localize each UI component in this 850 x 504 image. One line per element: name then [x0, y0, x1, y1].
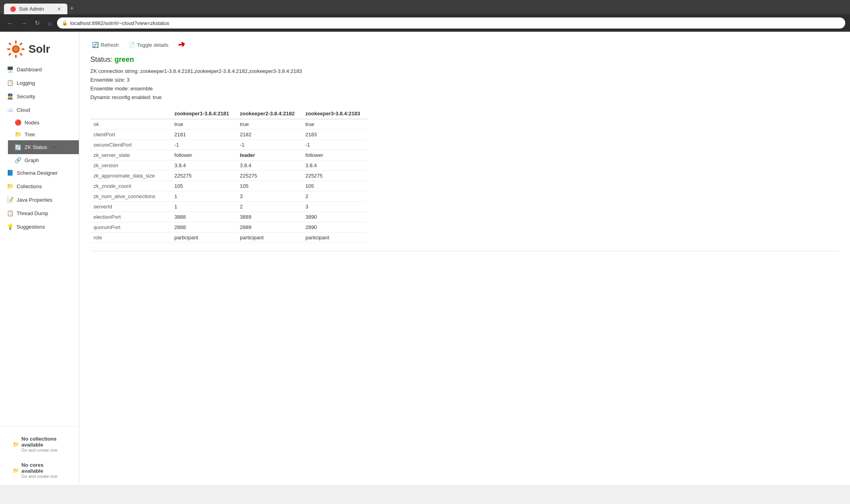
table-cell-prop: clientPort: [90, 130, 171, 140]
back-button[interactable]: ←: [5, 18, 15, 28]
cloud-sub-menu: 🔴 Nodes 📁 Tree 🔄 ZK Status ← 🔗 Graph: [0, 116, 79, 166]
collections-label: Collections: [17, 183, 42, 189]
table-row: zk_version3.8.43.8.43.8.4: [90, 160, 368, 171]
svg-rect-3: [7, 48, 10, 50]
table-cell-value: participant: [237, 233, 302, 243]
table-cell-value: -1: [302, 140, 368, 150]
table-cell-value: -1: [171, 140, 237, 150]
sidebar-item-dashboard[interactable]: 🖥️ Dashboard: [0, 63, 79, 76]
sidebar-item-graph[interactable]: 🔗 Graph: [8, 154, 79, 166]
forward-button[interactable]: →: [19, 18, 29, 28]
toggle-icon: 📄: [128, 42, 135, 48]
toggle-details-button[interactable]: 📄 Toggle details: [127, 41, 170, 49]
refresh-button[interactable]: 🔄 Refresh: [90, 41, 120, 49]
sidebar-navigation: 🖥️ Dashboard 📋 Logging 👮 Security ☁️ Clo…: [0, 63, 79, 422]
table-cell-value: 2: [237, 202, 302, 212]
zk-connection-string: ZK connection string: zookeeper1-3.8.4:2…: [90, 67, 839, 76]
table-cell-value: 3.8.4: [302, 160, 368, 171]
table-cell-prop: zk_znode_count: [90, 181, 171, 191]
table-cell-prop: quorumPort: [90, 222, 171, 233]
col-zk2: zookeeper2-3.8.4:2182: [237, 108, 302, 119]
table-cell-prop: zk_version: [90, 160, 171, 171]
thread-dump-label: Thread Dump: [17, 210, 48, 216]
table-cell-value: -1: [237, 140, 302, 150]
ensemble-mode: Ensemble mode: ensemble: [90, 84, 839, 93]
table-cell-value: 105: [237, 181, 302, 191]
table-cell-value: follower: [171, 150, 237, 160]
table-cell-value: 3: [302, 202, 368, 212]
sidebar-item-logging[interactable]: 📋 Logging: [0, 76, 79, 90]
schema-designer-icon: 📘: [6, 170, 13, 176]
table-cell-value: leader: [237, 150, 302, 160]
table-header-row: zookeeper1-3.8.4:2181 zookeeper2-3.8.4:2…: [90, 108, 368, 119]
svg-rect-5: [8, 42, 11, 46]
new-tab-button[interactable]: +: [70, 4, 74, 14]
sidebar-item-tree[interactable]: 📁 Tree: [8, 128, 79, 140]
suggestions-label: Suggestions: [17, 224, 45, 230]
sidebar-item-thread-dump[interactable]: 📋 Thread Dump: [0, 206, 79, 220]
java-properties-icon: 📝: [6, 197, 13, 203]
table-cell-value: 3889: [237, 212, 302, 222]
table-row: oktruetruetrue: [90, 119, 368, 130]
sidebar-item-suggestions[interactable]: 💡 Suggestions: [0, 220, 79, 233]
active-tab[interactable]: Solr Admin ✕: [4, 4, 67, 14]
schema-designer-label: Schema Designer: [17, 170, 57, 176]
table-cell-value: 3.8.4: [171, 160, 237, 171]
table-cell-value: 3.8.4: [237, 160, 302, 171]
svg-rect-7: [8, 53, 11, 56]
refresh-icon: 🔄: [92, 42, 99, 48]
table-cell-prop: zk_server_state: [90, 150, 171, 160]
sidebar-item-java-properties[interactable]: 📝 Java Properties: [0, 193, 79, 206]
url-text: localhost:8982/solr/#/~cloud?view=zkstat…: [70, 20, 169, 26]
logging-label: Logging: [17, 80, 35, 86]
refresh-button[interactable]: ↻: [32, 18, 42, 28]
zk-status-table: zookeeper1-3.8.4:2181 zookeeper2-3.8.4:2…: [90, 108, 368, 243]
toolbar: 🔄 Refresh 📄 Toggle details ➜: [90, 40, 839, 50]
table-cell-value: 1: [171, 202, 237, 212]
table-cell-value: 2183: [302, 130, 368, 140]
graph-label: Graph: [25, 157, 39, 163]
table-cell-value: 2182: [237, 130, 302, 140]
col-zk1: zookeeper1-3.8.4:2181: [171, 108, 237, 119]
table-cell-value: 225275: [171, 171, 237, 181]
status-label: Status:: [90, 55, 113, 63]
sidebar-item-cloud[interactable]: ☁️ Cloud: [0, 103, 79, 116]
sidebar-item-nodes[interactable]: 🔴 Nodes: [8, 116, 79, 128]
sidebar-item-collections[interactable]: 📁 Collections: [0, 179, 79, 193]
table-cell-prop: electionPort: [90, 212, 171, 222]
refresh-label: Refresh: [101, 42, 119, 48]
table-cell-value: 225275: [302, 171, 368, 181]
sidebar-item-zk-status[interactable]: 🔄 ZK Status ←: [8, 140, 79, 154]
table-cell-value: 3888: [171, 212, 237, 222]
table-row: zk_approximate_data_size2252752252752252…: [90, 171, 368, 181]
table-cell-value: participant: [171, 233, 237, 243]
table-cell-value: true: [171, 119, 237, 130]
java-properties-label: Java Properties: [17, 197, 52, 203]
no-cores-icon: 📁: [13, 468, 19, 473]
table-cell-value: 105: [171, 181, 237, 191]
svg-rect-6: [19, 42, 23, 46]
table-cell-value: 2: [302, 191, 368, 202]
table-row: quorumPort288828892890: [90, 222, 368, 233]
thread-dump-icon: 📋: [6, 210, 13, 216]
tab-close-button[interactable]: ✕: [57, 6, 61, 12]
table-cell-prop: ok: [90, 119, 171, 130]
sidebar-item-schema-designer[interactable]: 📘 Schema Designer: [0, 166, 79, 179]
home-button[interactable]: ⌂: [46, 18, 54, 28]
sidebar-item-security[interactable]: 👮 Security: [0, 90, 79, 103]
no-collections-title: No collections available: [21, 436, 66, 448]
main-content: 🔄 Refresh 📄 Toggle details ➜ Status: gre…: [79, 32, 850, 485]
address-bar[interactable]: 🔒 localhost:8982/solr/#/~cloud?view=zkst…: [57, 17, 845, 29]
nodes-icon: 🔴: [14, 119, 21, 126]
content-divider: [90, 251, 839, 251]
address-bar-row: ← → ↻ ⌂ 🔒 localhost:8982/solr/#/~cloud?v…: [0, 14, 850, 32]
status-value: green: [115, 55, 134, 63]
table-cell-value: 3: [237, 191, 302, 202]
table-cell-value: 2890: [302, 222, 368, 233]
table-cell-prop: secureClientPort: [90, 140, 171, 150]
no-cores-title: No cores available: [21, 462, 66, 474]
security-icon: 👮: [6, 93, 13, 99]
nodes-label: Nodes: [25, 120, 40, 126]
graph-icon: 🔗: [14, 157, 21, 163]
sidebar-logo: Solr: [0, 32, 79, 63]
